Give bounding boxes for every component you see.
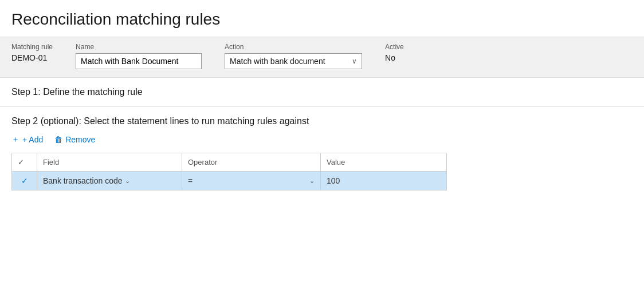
- conditions-table: ✓ Field Operator Value ✓: [11, 153, 447, 190]
- step2-title: Step 2 (optional): Select the statement …: [11, 116, 633, 126]
- matching-rule-label: Matching rule: [11, 43, 53, 51]
- active-field: Active No: [385, 43, 404, 62]
- col-value: Value: [321, 153, 447, 172]
- col-check: ✓: [12, 153, 37, 172]
- field-dropdown-arrow: ⌄: [125, 177, 130, 185]
- row-operator-cell[interactable]: = ⌄: [182, 172, 321, 190]
- trash-icon: 🗑: [54, 135, 62, 144]
- action-dropdown-text: Match with bank document: [230, 57, 347, 66]
- name-input[interactable]: [76, 53, 202, 69]
- row-checkmark: ✓: [21, 176, 28, 185]
- field-dropdown-text: Bank transaction code: [43, 176, 123, 185]
- matching-rule-value: DEMO-01: [11, 53, 53, 62]
- table-header-row: ✓ Field Operator Value: [12, 153, 447, 172]
- row-value-cell: 100: [321, 172, 447, 190]
- remove-label: Remove: [65, 135, 95, 144]
- operator-col-label: Operator: [188, 158, 217, 166]
- operator-dropdown-text: =: [188, 176, 193, 185]
- active-value: No: [385, 53, 404, 62]
- name-label: Name: [76, 43, 202, 51]
- table-row: ✓ Bank transaction code ⌄ = ⌄ 100: [12, 172, 447, 190]
- field-dropdown[interactable]: Bank transaction code ⌄: [43, 176, 130, 185]
- header-row: Matching rule DEMO-01 Name Action Match …: [0, 37, 644, 78]
- matching-rule-field: Matching rule DEMO-01: [11, 43, 53, 62]
- add-button[interactable]: ＋ + Add: [11, 134, 43, 145]
- step2-section: Step 2 (optional): Select the statement …: [0, 107, 644, 200]
- action-label: Action: [225, 43, 362, 51]
- row-value-text: 100: [327, 176, 340, 185]
- step1-section: Step 1: Define the matching rule: [0, 78, 644, 107]
- page-title: Reconciliation matching rules: [0, 0, 644, 37]
- col-field: Field: [37, 153, 182, 172]
- field-col-label: Field: [43, 158, 59, 166]
- checkmark-header: ✓: [18, 158, 24, 166]
- remove-button[interactable]: 🗑 Remove: [54, 135, 95, 144]
- row-check-cell: ✓: [12, 172, 37, 190]
- name-field: Name: [76, 43, 202, 69]
- operator-dropdown-arrow: ⌄: [309, 177, 315, 185]
- action-dropdown-arrow: ∨: [352, 57, 357, 65]
- operator-dropdown[interactable]: = ⌄: [188, 176, 315, 185]
- col-operator: Operator: [182, 153, 321, 172]
- active-label: Active: [385, 43, 404, 51]
- action-field: Action Match with bank document ∨: [225, 43, 362, 69]
- step1-title: Step 1: Define the matching rule: [11, 87, 143, 97]
- add-icon: ＋: [11, 134, 19, 145]
- toolbar: ＋ + Add 🗑 Remove: [11, 134, 633, 145]
- action-dropdown[interactable]: Match with bank document ∨: [225, 53, 362, 69]
- row-field-cell[interactable]: Bank transaction code ⌄: [37, 172, 182, 190]
- value-col-label: Value: [327, 158, 345, 166]
- add-label: + Add: [22, 135, 43, 144]
